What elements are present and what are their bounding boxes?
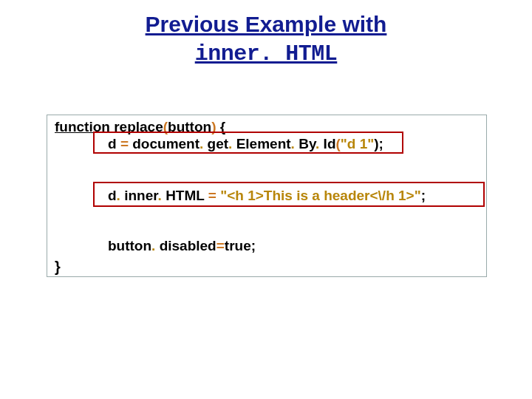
assign-pc: ); bbox=[374, 136, 383, 151]
assign-dot1: . bbox=[200, 136, 208, 151]
assign-str: "d 1" bbox=[341, 136, 374, 151]
disabled-semi: ; bbox=[251, 238, 256, 253]
slide-title: Previous Example with inner. HTML bbox=[0, 10, 532, 68]
inner-lhs: d bbox=[108, 188, 117, 203]
inner-p2: HTML bbox=[166, 188, 208, 203]
brace-close: } bbox=[55, 259, 61, 276]
disabled-prop: disabled bbox=[160, 238, 216, 253]
title-line-1: Previous Example with bbox=[146, 12, 387, 36]
slide: Previous Example with inner. HTML functi… bbox=[0, 0, 532, 399]
disabled-dot1: . bbox=[151, 238, 160, 253]
assign-m1: get bbox=[208, 136, 229, 151]
inner-dot2: . bbox=[158, 188, 166, 203]
assign-eq: = bbox=[120, 136, 132, 151]
code-disabled: button. disabled=true; bbox=[108, 238, 256, 254]
assign-m2: Element bbox=[236, 136, 291, 151]
assign-m4: Id bbox=[324, 136, 336, 151]
inner-dot1: . bbox=[117, 188, 125, 203]
disabled-obj: button bbox=[108, 238, 151, 253]
assign-dot2: . bbox=[228, 136, 236, 151]
title-line-2: inner. HTML bbox=[195, 41, 338, 66]
inner-eq: = bbox=[208, 188, 220, 203]
disabled-val: true bbox=[225, 238, 251, 253]
disabled-eq: = bbox=[216, 238, 225, 253]
assign-m3: By bbox=[299, 136, 316, 151]
code-innerhtml: d. inner. HTML = "<h 1>This is a header<… bbox=[108, 188, 426, 204]
assign-lhs: d bbox=[108, 136, 120, 151]
assign-dot3: . bbox=[291, 136, 299, 151]
assign-obj: document bbox=[132, 136, 200, 151]
inner-p1: inner bbox=[124, 188, 157, 203]
code-assign: d = document. get. Element. By. Id("d 1"… bbox=[108, 136, 383, 152]
assign-dot4: . bbox=[316, 136, 324, 151]
inner-semi: ; bbox=[421, 188, 426, 203]
inner-str: "<h 1>This is a header<\/h 1>" bbox=[220, 188, 420, 203]
